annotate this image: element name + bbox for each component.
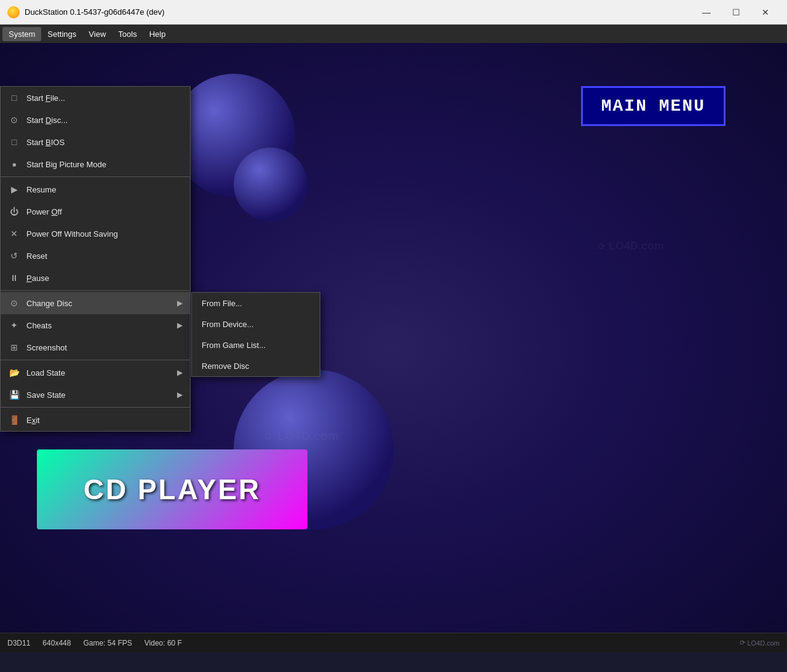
minimize-button[interactable]: —	[692, 3, 721, 22]
menu-item-load-state[interactable]: 📂 Load State ▶	[1, 362, 190, 384]
menu-item-pause[interactable]: ⏸ Pause	[1, 267, 190, 289]
save-state-arrow-icon: ▶	[177, 390, 183, 399]
menu-item-screenshot[interactable]: ⊞ Screenshot	[1, 336, 190, 358]
submenu-remove-disc[interactable]: Remove Disc	[192, 355, 320, 376]
menu-item-start-file[interactable]: □ Start File...	[1, 87, 190, 109]
exit-icon: 🚪	[8, 414, 20, 426]
menu-view[interactable]: View	[82, 27, 112, 41]
menu-item-power-off[interactable]: ⏻ Power Off	[1, 200, 190, 223]
menu-item-power-off-nosave[interactable]: ✕ Power Off Without Saving	[1, 223, 190, 245]
window-title: DuckStation 0.1-5437-g06d6447e (dev)	[25, 7, 692, 17]
sphere-decoration-2	[234, 148, 307, 221]
game-fps-status: Game: 54 FPS	[83, 639, 132, 647]
load-state-icon: 📂	[8, 366, 20, 379]
renderer-status: D3D11	[7, 639, 30, 647]
menu-item-change-disc[interactable]: ⊙ Change Disc ▶ From File... From Device…	[1, 292, 190, 314]
menu-item-resume[interactable]: ▶ Resume	[1, 178, 190, 200]
cheats-icon: ✦	[8, 319, 20, 331]
menu-item-exit[interactable]: 🚪 Exit	[1, 409, 190, 431]
menu-item-save-state[interactable]: 💾 Save State ▶	[1, 384, 190, 406]
start-bios-icon: □	[8, 136, 20, 148]
resume-icon: ▶	[8, 183, 20, 196]
resolution-status: 640x448	[42, 639, 71, 647]
start-disc-icon: ⊙	[8, 114, 20, 126]
load-state-arrow-icon: ▶	[177, 368, 183, 377]
watermark-2: ⟳ LO4D.com	[598, 240, 664, 253]
status-bar: D3D11 640x448 Game: 54 FPS Video: 60 F ⟳…	[0, 633, 787, 652]
power-off-icon: ⏻	[8, 205, 20, 218]
pause-icon: ⏸	[8, 272, 20, 284]
cd-player-banner: CD PLAYER	[37, 449, 307, 529]
submenu-from-game-list[interactable]: From Game List...	[192, 334, 320, 355]
start-file-icon: □	[8, 92, 20, 104]
menu-help[interactable]: Help	[143, 27, 172, 41]
menu-bar: System Settings View Tools Help	[0, 25, 787, 43]
cheats-arrow-icon: ▶	[177, 321, 183, 330]
title-bar: DuckStation 0.1-5437-g06d6447e (dev) — ☐…	[0, 0, 787, 25]
menu-settings[interactable]: Settings	[41, 27, 82, 41]
close-button[interactable]: ✕	[751, 3, 780, 22]
menu-item-start-bigpic[interactable]: ■ Start Big Picture Mode	[1, 153, 190, 175]
change-disc-arrow-icon: ▶	[177, 299, 183, 307]
main-content: ⟳ LO4D.com ⟳ LO4D.com ⟳ LO4D.com MAIN ME…	[0, 43, 787, 652]
main-menu-button: MAIN MENU	[581, 86, 726, 126]
video-fps-status: Video: 60 F	[144, 639, 182, 647]
menu-item-cheats[interactable]: ✦ Cheats ▶	[1, 314, 190, 336]
menu-item-reset[interactable]: ↺ Reset	[1, 245, 190, 267]
status-right: ⟳ LO4D.com	[740, 639, 780, 647]
reset-icon: ↺	[8, 250, 20, 262]
start-bigpic-icon: ■	[8, 158, 20, 170]
power-off-nosave-icon: ✕	[8, 227, 20, 240]
maximize-button[interactable]: ☐	[722, 3, 750, 22]
window-controls: — ☐ ✕	[692, 3, 780, 22]
menu-system[interactable]: System	[2, 27, 41, 41]
menu-item-start-bios[interactable]: □ Start BIOS	[1, 131, 190, 153]
change-disc-icon: ⊙	[8, 297, 20, 309]
change-disc-submenu: From File... From Device... From Game Li…	[191, 292, 320, 377]
menu-separator-1	[1, 176, 190, 177]
screenshot-icon: ⊞	[8, 341, 20, 354]
submenu-from-device[interactable]: From Device...	[192, 314, 320, 334]
submenu-from-file[interactable]: From File...	[192, 293, 320, 314]
app-icon	[7, 6, 20, 18]
menu-item-start-disc[interactable]: ⊙ Start Disc...	[1, 109, 190, 131]
system-dropdown-menu: □ Start File... ⊙ Start Disc... □ Start …	[0, 86, 191, 432]
menu-separator-3	[1, 360, 190, 360]
save-state-icon: 💾	[8, 389, 20, 401]
lo4d-logo-small: ⟳ LO4D.com	[740, 639, 780, 647]
menu-separator-4	[1, 407, 190, 408]
menu-separator-2	[1, 290, 190, 291]
menu-tools[interactable]: Tools	[112, 27, 143, 41]
watermark-3: ⟳ LO4D.com	[264, 429, 339, 443]
